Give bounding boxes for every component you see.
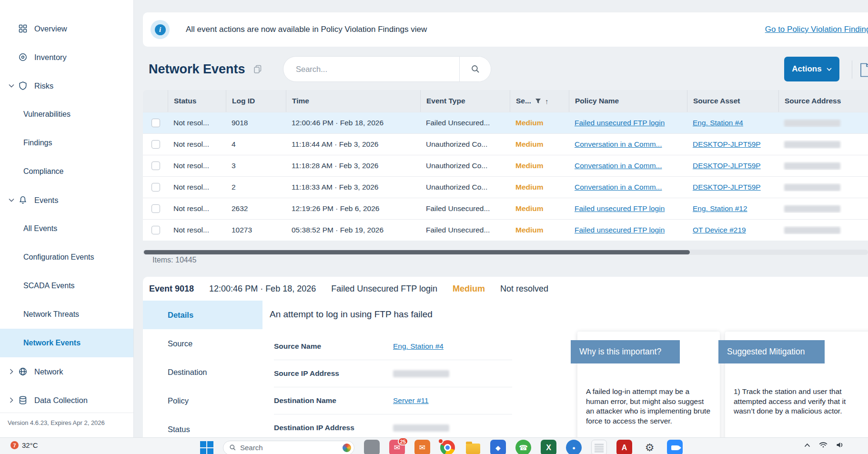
cell-log-id: 2 bbox=[226, 183, 286, 192]
policy-name-link[interactable]: Failed unsecured FTP login bbox=[575, 119, 665, 127]
destination-name-link[interactable]: Server #11 bbox=[393, 396, 429, 405]
cell-time: 12:19:26 PM · Feb 6, 2026 bbox=[286, 204, 420, 213]
wifi-icon[interactable] bbox=[819, 442, 828, 448]
export-page-icon[interactable] bbox=[859, 61, 868, 79]
source-name-link[interactable]: Eng. Station #4 bbox=[393, 342, 444, 351]
sidebar-item-configuration-events[interactable]: Configuration Events bbox=[0, 243, 133, 272]
chevron-right-icon bbox=[6, 369, 17, 374]
sidebar-item-network-threats[interactable]: Network Threats bbox=[0, 300, 133, 329]
sidebar-item-events[interactable]: Events bbox=[0, 186, 133, 214]
sidebar-item-compliance[interactable]: Compliance bbox=[0, 157, 133, 186]
sidebar-item-data-collection[interactable]: Data Collection bbox=[0, 386, 133, 414]
policy-violation-findings-link[interactable]: Go to Policy Violation Findings bbox=[765, 25, 868, 34]
maps-icon[interactable]: ● bbox=[566, 440, 582, 454]
tab-status[interactable]: Status bbox=[143, 415, 262, 437]
mail-icon[interactable]: ✉ 25 bbox=[389, 440, 405, 454]
taskbar-search[interactable]: Search bbox=[223, 441, 354, 454]
sidebar-item-network-events[interactable]: Network Events bbox=[0, 329, 133, 357]
overview-grid-icon bbox=[17, 24, 29, 33]
source-asset-link[interactable]: Eng. Station #4 bbox=[693, 119, 743, 127]
settings-gear-icon[interactable]: ⚙ bbox=[642, 440, 657, 454]
row-checkbox[interactable] bbox=[151, 226, 160, 234]
cell-status: Not resol... bbox=[168, 119, 226, 127]
table-row[interactable]: Not resol... 4 11:18:44 AM · Feb 3, 2026… bbox=[143, 133, 868, 155]
row-checkbox[interactable] bbox=[151, 119, 160, 127]
redacted-source-ip bbox=[393, 370, 449, 377]
sidebar-item-all-events[interactable]: All Events bbox=[0, 214, 133, 243]
search-input[interactable] bbox=[283, 65, 459, 74]
sidebar-item-inventory[interactable]: Inventory bbox=[0, 43, 133, 71]
table-row[interactable]: Not resol... 10273 05:38:52 PM · Feb 19,… bbox=[143, 219, 868, 241]
filter-funnel-icon[interactable] bbox=[535, 98, 541, 104]
scrollbar-thumb[interactable] bbox=[144, 250, 690, 254]
risks-shield-icon bbox=[17, 81, 29, 91]
header-status[interactable]: Status bbox=[168, 90, 226, 112]
notepad-icon[interactable] bbox=[591, 440, 607, 454]
table-row[interactable]: Not resol... 3 11:18:28 AM · Feb 3, 2026… bbox=[143, 155, 868, 176]
policy-name-link[interactable]: Conversation in a Comm... bbox=[575, 183, 662, 191]
inventory-icon bbox=[17, 52, 29, 62]
row-checkbox[interactable] bbox=[151, 161, 160, 170]
sidebar-item-scada-events[interactable]: SCADA Events bbox=[0, 272, 133, 300]
source-asset-link[interactable]: Eng. Station #12 bbox=[693, 204, 747, 212]
tab-policy[interactable]: Policy bbox=[143, 386, 262, 415]
photos-icon[interactable]: ◆ bbox=[490, 440, 506, 454]
version-text: Version 4.6.23, Expires Apr 2, 2026 bbox=[0, 413, 133, 426]
file-explorer-icon[interactable] bbox=[465, 440, 481, 454]
sidebar-item-vulnerabilities[interactable]: Vulnerabilities bbox=[0, 100, 133, 129]
outlook-icon[interactable]: ✉ bbox=[414, 440, 430, 454]
sidebar-item-findings[interactable]: Findings bbox=[0, 129, 133, 157]
actions-button[interactable]: Actions bbox=[784, 57, 839, 81]
acrobat-icon[interactable]: A bbox=[616, 440, 632, 454]
policy-name-link[interactable]: Failed unsecured FTP login bbox=[575, 226, 665, 234]
header-time[interactable]: Time bbox=[286, 90, 420, 112]
whatsapp-icon[interactable]: ☎ bbox=[515, 440, 531, 454]
tab-destination[interactable]: Destination bbox=[143, 358, 262, 386]
row-checkbox[interactable] bbox=[151, 204, 160, 213]
copy-icon[interactable] bbox=[253, 64, 262, 74]
header-source-address[interactable]: Source Address bbox=[778, 90, 868, 112]
sidebar-item-risks[interactable]: Risks bbox=[0, 71, 133, 100]
sort-ascending-icon[interactable]: ↑ bbox=[545, 97, 549, 105]
sidebar-item-label: Overview bbox=[34, 24, 67, 33]
sidebar-item-network[interactable]: Network bbox=[0, 357, 133, 386]
table-row[interactable]: Not resol... 9018 12:00:46 PM · Feb 18, … bbox=[143, 112, 868, 133]
policy-name-link[interactable]: Failed unsecured FTP login bbox=[575, 204, 665, 212]
why-important-body: A failed log-in attempt may be a human e… bbox=[586, 387, 713, 437]
header-policy-name[interactable]: Policy Name bbox=[569, 90, 687, 112]
cell-time: 05:38:52 PM · Feb 19, 2026 bbox=[286, 226, 420, 234]
row-checkbox[interactable] bbox=[151, 140, 160, 149]
zoom-icon[interactable] bbox=[667, 440, 683, 454]
chrome-icon[interactable] bbox=[440, 440, 455, 454]
table-row[interactable]: Not resol... 2632 12:19:26 PM · Feb 6, 2… bbox=[143, 198, 868, 219]
field-row: Destination IP Address bbox=[274, 414, 512, 437]
search-icon bbox=[229, 444, 236, 451]
sidebar-nav: Overview Inventory Risks Vulnerabil bbox=[0, 0, 133, 414]
row-checkbox[interactable] bbox=[151, 183, 160, 192]
app-icon[interactable] bbox=[364, 440, 380, 454]
sidebar-item-overview[interactable]: Overview bbox=[0, 14, 133, 43]
table-row[interactable]: Not resol... 2 11:18:33 AM · Feb 3, 2026… bbox=[143, 176, 868, 198]
detail-time: 12:00:46 PM · Feb 18, 2026 bbox=[209, 284, 316, 294]
source-asset-link[interactable]: DESKTOP-JLPT59P bbox=[693, 140, 761, 148]
source-asset-link[interactable]: DESKTOP-JLPT59P bbox=[693, 183, 761, 191]
header-severity[interactable]: Se... ↑ bbox=[510, 90, 569, 112]
windows-start-icon[interactable] bbox=[200, 441, 213, 454]
info-icon: i bbox=[151, 20, 170, 39]
tab-source[interactable]: Source bbox=[143, 329, 262, 358]
source-asset-link[interactable]: DESKTOP-JLPT59P bbox=[693, 161, 761, 170]
volume-icon[interactable] bbox=[836, 442, 844, 448]
header-event-type[interactable]: Event Type bbox=[420, 90, 510, 112]
policy-name-link[interactable]: Conversation in a Comm... bbox=[575, 140, 662, 148]
tray-chevron-up-icon[interactable] bbox=[804, 443, 810, 447]
source-asset-link[interactable]: OT Device #219 bbox=[693, 226, 746, 234]
tab-details[interactable]: Details bbox=[143, 301, 262, 329]
excel-icon[interactable]: X bbox=[541, 440, 556, 454]
search-button[interactable] bbox=[459, 57, 491, 81]
items-count: Items: 10445 bbox=[152, 256, 197, 264]
header-log-id[interactable]: Log ID bbox=[226, 90, 286, 112]
policy-name-link[interactable]: Conversation in a Comm... bbox=[575, 161, 662, 170]
weather-widget[interactable]: 7 32°C bbox=[10, 441, 38, 449]
detail-event-id: Event 9018 bbox=[149, 284, 194, 294]
header-source-asset[interactable]: Source Asset bbox=[687, 90, 778, 112]
